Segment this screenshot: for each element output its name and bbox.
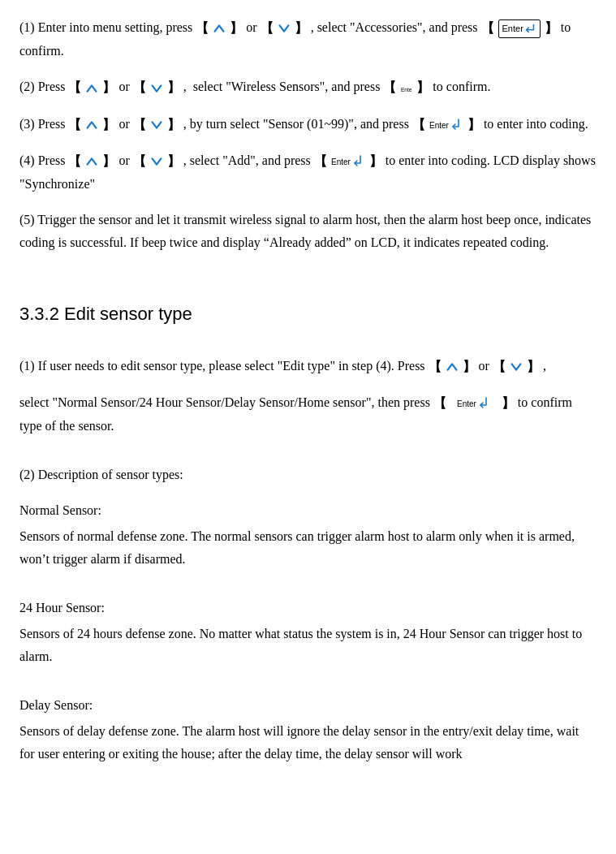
bracket-close-10: 】 (102, 154, 115, 168)
p1-text-accessories: , select "Accessories", and press (311, 20, 481, 34)
down-arrow-icon-4 (149, 154, 164, 169)
p1-text-start: (1) Enter into menu setting, press (19, 20, 196, 34)
bracket-close-8: 】 (167, 118, 180, 132)
enter-space-1 (450, 395, 453, 409)
enter-small-icon-2: Enter (401, 84, 411, 93)
bracket-open-7: 【 (68, 118, 81, 132)
enter-space-2 (495, 395, 498, 409)
p1-text-or: or (246, 20, 260, 34)
up-arrow-icon-4 (84, 154, 99, 169)
spacer-5 (19, 681, 597, 694)
svg-text:Enter: Enter (331, 157, 351, 166)
spacer-4 (19, 584, 597, 597)
up-arrow-icon-2 (84, 81, 99, 96)
bracket-open-9: 【 (412, 118, 425, 132)
bracket-open-13: 【 (429, 360, 442, 373)
delay-sensor-body-text: Sensors of delay defense zone. The alarm… (19, 724, 579, 761)
p2-text-end: to confirm. (433, 80, 490, 93)
bracket-open-8: 【 (133, 118, 146, 132)
enter-arrow-1 (523, 23, 536, 34)
paragraph-4: (4) Press 【 】 or 【 】 , select "Add", and… (19, 149, 597, 196)
enter-key-1: Enter (498, 19, 541, 38)
enter-icon-3: Enter (429, 117, 464, 133)
spacer-1 (19, 267, 597, 280)
hour-sensor-body: Sensors of 24 hours defense zone. No mat… (19, 623, 597, 668)
normal-sensor-body: Sensors of normal defense zone. The norm… (19, 525, 597, 571)
paragraph-5: (5) Trigger the sensor and let it transm… (19, 209, 597, 254)
edit-paragraph-1: (1) If user needs to edit sensor type, p… (19, 355, 597, 378)
bracket-open-12: 【 (314, 154, 327, 168)
bracket-open-11: 【 (133, 154, 146, 168)
p4-text-start: (4) Press (19, 153, 68, 167)
bracket-close-12: 】 (369, 154, 382, 168)
enter-icon-4: Enter (330, 153, 366, 170)
enter-icon-5: Enter (456, 395, 492, 412)
edit-p3-text: (2) Description of sensor types: (19, 468, 183, 481)
section-heading-332: 3.3.2 Edit sensor type (19, 300, 597, 328)
bracket-open-6: 【 (383, 81, 396, 95)
normal-sensor-body-text: Sensors of normal defense zone. The norm… (19, 529, 575, 566)
spacer-2 (19, 342, 597, 355)
delay-sensor-body: Sensors of delay defense zone. The alarm… (19, 720, 597, 766)
svg-text:Enter: Enter (457, 399, 477, 408)
spacer-3 (19, 451, 597, 464)
up-arrow-icon-3 (84, 118, 99, 132)
bracket-close-14: 】 (527, 360, 540, 373)
bracket-open-10: 【 (68, 154, 81, 168)
normal-sensor-title-text: Normal Sensor: (19, 503, 101, 517)
bracket-open-4: 【 (68, 81, 81, 95)
edit-paragraph-3: (2) Description of sensor types: (19, 464, 597, 486)
bracket-open-14: 【 (493, 360, 506, 373)
paragraph-3: (3) Press 【 】 or 【 】 , by turn select "S… (19, 113, 597, 136)
bracket-open-15: 【 (433, 396, 446, 410)
p3-text-sensor: , by turn select "Sensor (01~99)", and p… (183, 117, 412, 131)
edit-p1-text-start: (1) If user needs to edit sensor type, p… (19, 359, 429, 373)
down-arrow-icon-2 (149, 81, 164, 96)
edit-p2-text-start: select "Normal Sensor/24 Hour Sensor/Del… (19, 395, 433, 409)
svg-text:Enter: Enter (401, 86, 411, 92)
bracket-close-6: 】 (416, 81, 429, 95)
delay-sensor-title: Delay Sensor: (19, 694, 597, 717)
bracket-close-5: 】 (167, 81, 180, 95)
down-arrow-icon-3 (149, 118, 164, 132)
p3-text-end: to enter into coding. (484, 117, 588, 131)
bracket-open-1: 【 (196, 21, 209, 35)
p4-text-add: , select "Add", and press (183, 153, 314, 167)
edit-paragraph-2: select "Normal Sensor/24 Hour Sensor/Del… (19, 391, 597, 438)
p4-text-or: or (118, 153, 132, 167)
bracket-close-3: 】 (545, 21, 558, 35)
p2-text-start: (2) Press (19, 80, 68, 93)
up-arrow-icon-1 (212, 21, 226, 36)
p2-text-or: or (118, 80, 132, 93)
bracket-close-15: 】 (502, 396, 515, 410)
down-arrow-icon-5 (509, 360, 523, 374)
hour-sensor-body-text: Sensors of 24 hours defense zone. No mat… (19, 627, 582, 663)
up-arrow-icon-5 (445, 360, 459, 374)
bracket-close-7: 】 (102, 118, 115, 132)
bracket-open-3: 【 (481, 21, 494, 35)
edit-p1-text-end: , (543, 359, 546, 373)
delay-sensor-title-text: Delay Sensor: (19, 698, 93, 712)
bracket-open-2: 【 (261, 21, 274, 35)
enter-label-1: Enter (502, 21, 523, 37)
bracket-close-11: 】 (167, 154, 180, 168)
hour-sensor-title-text: 24 Hour Sensor: (19, 601, 105, 615)
normal-sensor-title: Normal Sensor: (19, 499, 597, 522)
down-arrow-icon-1 (277, 21, 291, 36)
edit-p1-text-or: or (479, 359, 493, 373)
svg-text:Enter: Enter (429, 121, 450, 130)
bracket-close-9: 】 (467, 118, 480, 132)
bracket-close-13: 】 (463, 360, 476, 373)
p5-text: (5) Trigger the sensor and let it transm… (19, 213, 591, 249)
hour-sensor-title: 24 Hour Sensor: (19, 597, 597, 619)
p3-text-or: or (118, 117, 129, 131)
paragraph-1: (1) Enter into menu setting, press 【 】 o… (19, 16, 597, 63)
bracket-open-5: 【 (133, 81, 146, 95)
paragraph-2: (2) Press 【 】 or 【 】 , select "Wireless … (19, 75, 597, 99)
p3-text-start: (3) Press (19, 117, 65, 131)
bracket-close-4: 】 (102, 81, 115, 95)
bracket-close-2: 】 (295, 21, 308, 35)
bracket-close-1: 】 (230, 21, 243, 35)
p2-text-wireless: , select "Wireless Sensors", and press (183, 80, 384, 93)
